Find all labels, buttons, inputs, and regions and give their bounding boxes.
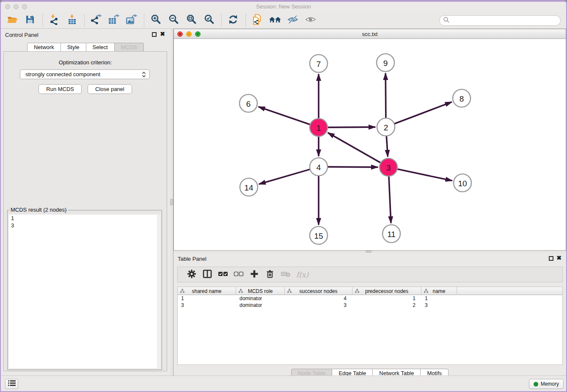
table-cell[interactable]: dominator	[236, 302, 285, 309]
table-cell[interactable]: 2	[352, 302, 421, 309]
tab-network[interactable]: Network	[27, 43, 61, 52]
graph-node-label: 14	[244, 183, 253, 192]
toolbar-separator	[221, 14, 222, 27]
zoom-out-icon	[168, 14, 179, 26]
table-row[interactable]: 1dominator411	[178, 295, 562, 302]
column-header-name[interactable]: name	[421, 287, 457, 295]
table-cell[interactable]: 1	[178, 295, 236, 302]
table-cell[interactable]: 3	[421, 302, 457, 309]
graph-edge-4-3[interactable]	[328, 167, 378, 167]
graph-node-label: 2	[384, 123, 388, 132]
network-canvas[interactable]: 7968124314101511	[174, 39, 566, 250]
show-column-button[interactable]	[199, 268, 215, 281]
save-session-button[interactable]	[23, 14, 37, 27]
import-table-icon	[66, 14, 77, 27]
tab-mcds[interactable]: MCDS	[115, 43, 144, 52]
graph-edge-2-8[interactable]	[394, 102, 452, 124]
graph-edge-2-3[interactable]	[386, 136, 388, 157]
column-header-MCDS-role[interactable]: MCDS role	[236, 287, 285, 295]
zoom-in-button[interactable]	[149, 14, 163, 27]
float-panel-icon[interactable]	[549, 256, 553, 261]
graph-edge-1-6[interactable]	[259, 107, 310, 124]
graph-node-label: 15	[314, 232, 323, 240]
criterion-select[interactable]: strongly connected component	[20, 69, 150, 79]
column-header-shared-name[interactable]: shared name	[178, 287, 236, 295]
show-graphics-details-button[interactable]	[303, 14, 318, 27]
graph-node-label: 3	[386, 163, 391, 172]
delete-column-button[interactable]	[262, 268, 278, 281]
import-table-button[interactable]	[65, 14, 79, 27]
import-network-icon	[49, 14, 60, 27]
graph-edge-3-1[interactable]	[328, 133, 381, 163]
network-graph[interactable]: 7968124314101511	[174, 39, 567, 251]
close-panel-icon[interactable]: ✖	[160, 30, 165, 37]
table-cell[interactable]: 3	[178, 302, 236, 309]
memory-button[interactable]: Memory	[529, 379, 564, 389]
network-overview-button[interactable]	[268, 14, 282, 27]
criterion-value: strongly connected component	[25, 71, 100, 77]
status-menu-button[interactable]	[5, 379, 18, 389]
tab-select[interactable]: Select	[86, 43, 115, 52]
column-header-predecessor-nodes[interactable]: predecessor nodes	[352, 287, 421, 295]
toolbar-separator	[245, 14, 246, 27]
add-column-button[interactable]	[246, 268, 262, 281]
save-icon	[25, 14, 35, 26]
zoom-selected-button[interactable]	[202, 14, 216, 27]
tab-style[interactable]: Style	[61, 43, 86, 52]
float-panel-icon[interactable]	[152, 32, 157, 37]
new-network-from-selection-button[interactable]	[250, 14, 264, 27]
vertical-split-divider[interactable]	[170, 29, 173, 375]
import-network-button[interactable]	[47, 14, 61, 27]
fx-icon: f(x)	[296, 271, 308, 279]
delete-table-button[interactable]	[278, 268, 293, 281]
columns-icon	[203, 269, 212, 280]
select-all-rows-button[interactable]	[215, 268, 231, 281]
unchecked-boxes-icon	[234, 271, 244, 279]
zoom-fit-button[interactable]	[184, 14, 198, 27]
optimization-criterion-label: Optimization criterion:	[4, 59, 167, 66]
column-header-successor-nodes[interactable]: successor nodes	[285, 287, 352, 295]
zoom-out-button[interactable]	[166, 14, 181, 27]
export-table-button[interactable]	[107, 14, 121, 27]
graph-edge-4-14[interactable]	[259, 169, 310, 184]
hide-graphics-details-button[interactable]	[286, 14, 300, 27]
export-table-icon	[108, 14, 120, 27]
open-folder-icon	[7, 14, 18, 26]
graph-edge-2-9[interactable]	[385, 73, 386, 118]
table-cell[interactable]: dominator	[236, 295, 285, 302]
table-cell[interactable]: 1	[352, 295, 421, 302]
deselect-all-rows-button[interactable]	[231, 268, 246, 281]
zoom-in-icon	[151, 14, 161, 26]
gear-icon	[187, 269, 196, 280]
toolbar-separator	[84, 14, 85, 27]
close-panel-button[interactable]: Close panel	[88, 84, 132, 94]
control-panel-header: Control Panel ✖	[1, 29, 170, 41]
table-options-button[interactable]	[184, 268, 199, 281]
divider-grip[interactable]	[170, 199, 173, 205]
search-input[interactable]	[450, 17, 560, 25]
control-panel: Control Panel ✖ NetworkStyleSelectMCDS O…	[1, 29, 170, 375]
mcds-result-list[interactable]: 13	[9, 215, 160, 368]
graph-node-label: 7	[317, 60, 321, 69]
run-mcds-button[interactable]: Run MCDS	[39, 84, 82, 94]
mcds-result-line: 1	[9, 215, 160, 222]
graph-edge-3-10[interactable]	[397, 169, 452, 180]
table-cell[interactable]: 1	[421, 295, 457, 302]
export-image-button[interactable]	[124, 14, 139, 27]
apply-layout-button[interactable]	[226, 14, 240, 27]
network-view-window: ✕ − + scc.txt 7968124314101511	[173, 29, 566, 251]
result-scrollbar[interactable]	[157, 215, 160, 368]
close-panel-icon[interactable]: ✖	[556, 254, 561, 261]
mcds-result-line: 3	[9, 222, 160, 229]
export-image-icon	[126, 14, 138, 27]
function-builder-button[interactable]: f(x)	[293, 268, 309, 281]
graph-node-label: 10	[458, 179, 467, 188]
table-cell[interactable]: 4	[285, 295, 352, 302]
open-session-button[interactable]	[5, 14, 19, 27]
table-cell[interactable]: 3	[285, 302, 352, 309]
table-row[interactable]: 3dominator323	[178, 302, 562, 309]
export-network-button[interactable]	[89, 14, 103, 27]
graph-edge-1-2[interactable]	[328, 127, 375, 127]
application-window: Session: New Session Control Panel	[0, 0, 567, 392]
graph-edge-3-11[interactable]	[389, 176, 391, 223]
